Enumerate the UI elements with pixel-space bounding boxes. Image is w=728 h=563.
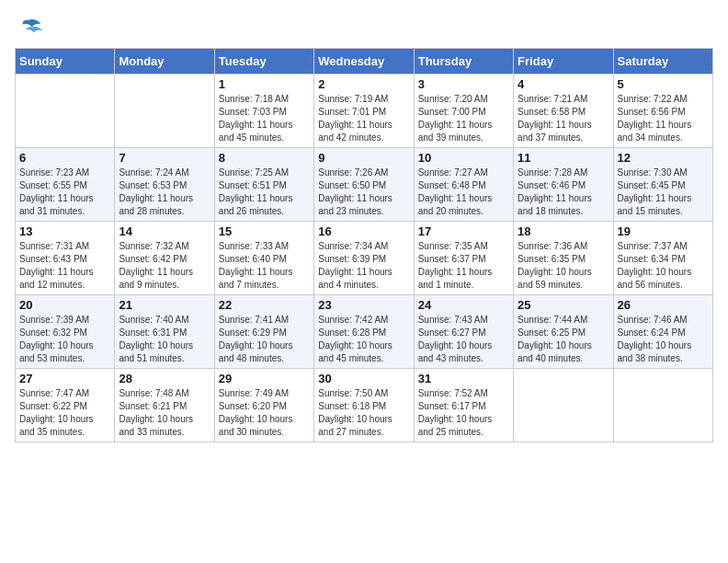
day-number: 3 [418,77,509,91]
calendar-cell [613,369,712,442]
day-number: 9 [318,151,409,165]
calendar-cell: 5Sunrise: 7:22 AM Sunset: 6:56 PM Daylig… [613,75,712,148]
day-info: Sunrise: 7:47 AM Sunset: 6:22 PM Dayligh… [19,387,110,439]
week-row-5: 27Sunrise: 7:47 AM Sunset: 6:22 PM Dayli… [16,369,713,442]
day-number: 14 [119,224,210,238]
day-info: Sunrise: 7:50 AM Sunset: 6:18 PM Dayligh… [318,387,409,439]
week-row-2: 6Sunrise: 7:23 AM Sunset: 6:55 PM Daylig… [16,148,713,222]
day-number: 20 [19,298,110,312]
calendar-cell: 26Sunrise: 7:46 AM Sunset: 6:24 PM Dayli… [613,295,712,369]
calendar-cell: 18Sunrise: 7:36 AM Sunset: 6:35 PM Dayli… [514,222,613,295]
calendar-cell: 1Sunrise: 7:18 AM Sunset: 7:03 PM Daylig… [214,75,313,148]
calendar-cell: 14Sunrise: 7:32 AM Sunset: 6:42 PM Dayli… [115,222,214,295]
column-header-friday: Friday [514,49,613,75]
calendar-cell: 27Sunrise: 7:47 AM Sunset: 6:22 PM Dayli… [16,369,115,442]
calendar-cell: 16Sunrise: 7:34 AM Sunset: 6:39 PM Dayli… [314,222,414,295]
day-info: Sunrise: 7:48 AM Sunset: 6:21 PM Dayligh… [119,387,210,439]
calendar-cell: 8Sunrise: 7:25 AM Sunset: 6:51 PM Daylig… [214,148,313,222]
calendar-cell [514,369,613,442]
day-info: Sunrise: 7:18 AM Sunset: 7:03 PM Dayligh… [219,93,310,144]
calendar-cell: 24Sunrise: 7:43 AM Sunset: 6:27 PM Dayli… [414,295,513,369]
calendar-cell: 9Sunrise: 7:26 AM Sunset: 6:50 PM Daylig… [314,148,414,222]
calendar-cell: 15Sunrise: 7:33 AM Sunset: 6:40 PM Dayli… [214,222,313,295]
day-number: 15 [219,224,310,238]
calendar-cell: 2Sunrise: 7:19 AM Sunset: 7:01 PM Daylig… [314,75,414,148]
calendar-cell: 28Sunrise: 7:48 AM Sunset: 6:21 PM Dayli… [115,369,214,442]
day-number: 30 [318,372,409,385]
day-number: 21 [119,298,210,312]
day-number: 24 [418,298,509,312]
day-info: Sunrise: 7:46 AM Sunset: 6:24 PM Dayligh… [618,314,709,365]
day-number: 13 [19,224,110,238]
day-number: 10 [418,151,509,165]
calendar-cell: 17Sunrise: 7:35 AM Sunset: 6:37 PM Dayli… [414,222,513,295]
day-info: Sunrise: 7:25 AM Sunset: 6:51 PM Dayligh… [219,167,310,218]
week-row-1: 1Sunrise: 7:18 AM Sunset: 7:03 PM Daylig… [16,75,713,148]
week-row-3: 13Sunrise: 7:31 AM Sunset: 6:43 PM Dayli… [16,222,713,295]
calendar-cell: 19Sunrise: 7:37 AM Sunset: 6:34 PM Dayli… [613,222,712,295]
calendar-cell: 30Sunrise: 7:50 AM Sunset: 6:18 PM Dayli… [314,369,414,442]
day-info: Sunrise: 7:22 AM Sunset: 6:56 PM Dayligh… [618,93,709,144]
day-number: 26 [618,298,709,312]
day-info: Sunrise: 7:31 AM Sunset: 6:43 PM Dayligh… [19,240,110,292]
column-header-sunday: Sunday [16,49,115,75]
calendar-cell: 29Sunrise: 7:49 AM Sunset: 6:20 PM Dayli… [214,369,313,442]
calendar-cell: 20Sunrise: 7:39 AM Sunset: 6:32 PM Dayli… [16,295,115,369]
day-info: Sunrise: 7:49 AM Sunset: 6:20 PM Dayligh… [219,387,310,439]
day-info: Sunrise: 7:33 AM Sunset: 6:40 PM Dayligh… [219,240,310,292]
calendar-cell: 12Sunrise: 7:30 AM Sunset: 6:45 PM Dayli… [613,148,712,222]
logo [15,15,46,42]
calendar-cell: 7Sunrise: 7:24 AM Sunset: 6:53 PM Daylig… [115,148,214,222]
week-row-4: 20Sunrise: 7:39 AM Sunset: 6:32 PM Dayli… [16,295,713,369]
calendar-cell: 22Sunrise: 7:41 AM Sunset: 6:29 PM Dayli… [214,295,313,369]
column-header-monday: Monday [115,49,214,75]
day-info: Sunrise: 7:27 AM Sunset: 6:48 PM Dayligh… [418,167,509,218]
day-info: Sunrise: 7:43 AM Sunset: 6:27 PM Dayligh… [418,314,509,365]
day-info: Sunrise: 7:44 AM Sunset: 6:25 PM Dayligh… [518,314,609,365]
calendar-cell: 10Sunrise: 7:27 AM Sunset: 6:48 PM Dayli… [414,148,513,222]
day-number: 18 [518,224,609,238]
column-header-saturday: Saturday [613,49,712,75]
column-header-thursday: Thursday [414,49,513,75]
day-number: 31 [418,372,509,385]
day-info: Sunrise: 7:42 AM Sunset: 6:28 PM Dayligh… [318,314,409,365]
day-info: Sunrise: 7:21 AM Sunset: 6:58 PM Dayligh… [518,93,609,144]
day-number: 23 [318,298,409,312]
day-info: Sunrise: 7:24 AM Sunset: 6:53 PM Dayligh… [119,167,210,218]
day-number: 2 [318,77,409,91]
calendar-cell [115,75,214,148]
column-header-wednesday: Wednesday [314,49,414,75]
day-info: Sunrise: 7:39 AM Sunset: 6:32 PM Dayligh… [19,314,110,365]
day-number: 22 [219,298,310,312]
day-number: 16 [318,224,409,238]
day-number: 17 [418,224,509,238]
day-number: 11 [518,151,609,165]
header [15,15,713,42]
calendar-table: SundayMondayTuesdayWednesdayThursdayFrid… [15,48,713,442]
day-info: Sunrise: 7:35 AM Sunset: 6:37 PM Dayligh… [418,240,509,292]
day-info: Sunrise: 7:36 AM Sunset: 6:35 PM Dayligh… [518,240,609,292]
calendar-cell: 23Sunrise: 7:42 AM Sunset: 6:28 PM Dayli… [314,295,414,369]
day-info: Sunrise: 7:41 AM Sunset: 6:29 PM Dayligh… [219,314,310,365]
calendar-cell: 4Sunrise: 7:21 AM Sunset: 6:58 PM Daylig… [514,75,613,148]
day-info: Sunrise: 7:40 AM Sunset: 6:31 PM Dayligh… [119,314,210,365]
day-info: Sunrise: 7:32 AM Sunset: 6:42 PM Dayligh… [119,240,210,292]
day-number: 7 [119,151,210,165]
day-number: 19 [618,224,709,238]
day-number: 8 [219,151,310,165]
calendar-cell: 31Sunrise: 7:52 AM Sunset: 6:17 PM Dayli… [414,369,513,442]
calendar-cell: 25Sunrise: 7:44 AM Sunset: 6:25 PM Dayli… [514,295,613,369]
day-number: 12 [618,151,709,165]
logo-icon [15,15,42,42]
day-number: 1 [219,77,310,91]
day-number: 6 [19,151,110,165]
day-info: Sunrise: 7:23 AM Sunset: 6:55 PM Dayligh… [19,167,110,218]
day-info: Sunrise: 7:26 AM Sunset: 6:50 PM Dayligh… [318,167,409,218]
day-number: 28 [119,372,210,385]
day-info: Sunrise: 7:28 AM Sunset: 6:46 PM Dayligh… [518,167,609,218]
header-row: SundayMondayTuesdayWednesdayThursdayFrid… [16,49,713,75]
calendar-cell [16,75,115,148]
calendar-cell: 11Sunrise: 7:28 AM Sunset: 6:46 PM Dayli… [514,148,613,222]
column-header-tuesday: Tuesday [214,49,313,75]
day-number: 29 [219,372,310,385]
